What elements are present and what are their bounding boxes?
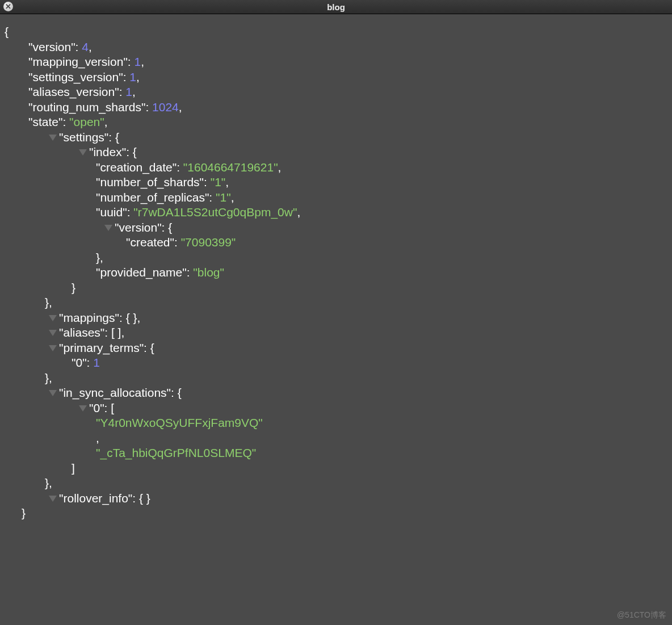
json-row: "mapping_version": 1, (5, 54, 667, 70)
brace-close: }, (5, 295, 667, 311)
json-row: "settings": { (5, 130, 667, 145)
json-row: "number_of_shards": "1", (5, 175, 667, 190)
window-title: blog (327, 2, 345, 12)
json-viewer: { "version": 4, "mapping_version": 1, "s… (0, 14, 672, 531)
bracket-close: ] (5, 461, 667, 476)
json-row: "settings_version": 1, (5, 70, 667, 85)
close-icon: ✕ (5, 2, 11, 11)
json-row: "aliases": [ ], (5, 325, 667, 341)
json-row: "number_of_replicas": "1", (5, 190, 667, 205)
close-button[interactable]: ✕ (3, 2, 13, 11)
json-row: "uuid": "r7wDA1L5S2utCg0qBpm_0w", (5, 205, 667, 220)
json-row: , (5, 431, 667, 446)
json-row: "0": 1 (5, 355, 667, 371)
brace-close: } (5, 506, 667, 521)
chevron-down-icon[interactable] (49, 330, 57, 336)
json-row: "in_sync_allocations": { (5, 385, 667, 401)
window-titlebar: ✕ blog (0, 0, 672, 14)
json-row: "provided_name": "blog" (5, 265, 667, 280)
json-row: "mappings": { }, (5, 311, 667, 326)
chevron-down-icon[interactable] (79, 149, 87, 156)
brace-close: }, (5, 476, 667, 491)
chevron-down-icon[interactable] (49, 135, 57, 141)
json-row: "aliases_version": 1, (5, 85, 667, 100)
json-row: "created": "7090399" (5, 235, 667, 250)
brace-close: } (5, 280, 667, 296)
json-row: "creation_date": "1604664719621", (5, 160, 667, 175)
chevron-down-icon[interactable] (49, 496, 57, 502)
json-row: "state": "open", (5, 115, 667, 130)
watermark: @51CTO博客 (617, 610, 666, 620)
json-row: "_cTa_hbiQqGrPfNL0SLMEQ" (5, 446, 667, 461)
json-row: "rollover_info": { } (5, 491, 667, 506)
json-row: "version": 4, (5, 40, 667, 55)
chevron-down-icon[interactable] (49, 345, 57, 351)
json-row: "Y4r0nWxoQSyUFFxjFam9VQ" (5, 416, 667, 431)
brace-open: { (5, 24, 667, 40)
chevron-down-icon[interactable] (79, 405, 87, 412)
chevron-down-icon[interactable] (49, 315, 57, 321)
brace-close: }, (5, 371, 667, 386)
json-row: "index": { (5, 145, 667, 160)
json-row: "primary_terms": { (5, 341, 667, 356)
json-row: "0": [ (5, 401, 667, 416)
json-row: "routing_num_shards": 1024, (5, 100, 667, 115)
json-row: "version": { (5, 220, 667, 236)
chevron-down-icon[interactable] (49, 390, 57, 396)
brace-close: }, (5, 250, 667, 266)
chevron-down-icon[interactable] (104, 225, 112, 231)
